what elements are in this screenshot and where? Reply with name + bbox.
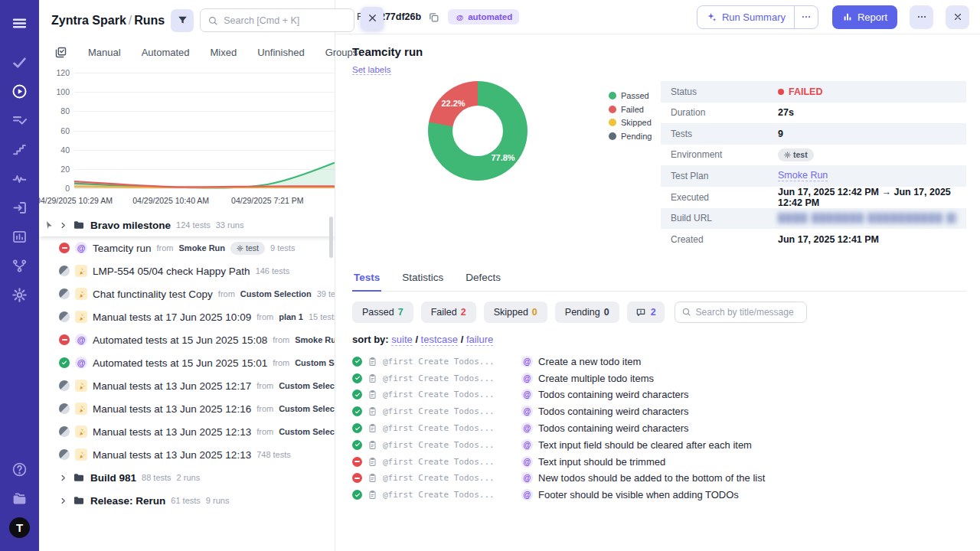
test-row[interactable]: @first Create Todos...@Text input field …	[352, 436, 966, 453]
sidebar-item-menu[interactable]	[7, 11, 33, 36]
pending-filter-pill[interactable]: Pending0	[555, 302, 619, 323]
run-row[interactable]: @Automated tests at 15 Jun 2025 15:08fro…	[39, 328, 335, 351]
sidebar-item-logo[interactable]: T	[7, 515, 33, 540]
copy-icon[interactable]	[428, 11, 439, 23]
tab-manual[interactable]: Manual	[88, 47, 121, 58]
run-summary-more-button[interactable]	[794, 6, 818, 28]
tab-defects[interactable]: Defects	[464, 269, 502, 292]
sidebar-item-report-box[interactable]	[7, 224, 33, 249]
x-axis-tick: 04/29/2025 10:29 AM	[39, 196, 113, 205]
run-row[interactable]: Manual tests at 13 Jun 2025 12:13748 tes…	[39, 443, 335, 466]
sidebar-item-list-check[interactable]	[7, 108, 33, 133]
run-row[interactable]: Manual tests at 13 Jun 2025 12:16fromCus…	[39, 397, 335, 420]
run-from-name: Custom Selection	[279, 381, 335, 390]
run-row[interactable]: @Teamcity runfromSmoke Runtest9 tests	[39, 236, 335, 259]
test-plan-link[interactable]: Smoke Run	[778, 170, 828, 181]
run-row[interactable]: Manual tests at 17 Jun 2025 10:09frompla…	[39, 305, 335, 328]
sort-by-failure[interactable]: failure	[466, 334, 493, 346]
pill-label: Skipped	[494, 307, 528, 318]
failed-filter-pill[interactable]: Failed2	[421, 302, 476, 323]
automated-test-icon: @	[521, 439, 533, 451]
close-run-button[interactable]	[946, 5, 969, 29]
run-group-row[interactable]: Release: Rerun61 tests9 runs	[39, 489, 335, 512]
close-icon	[367, 12, 378, 24]
detail-label: Build URL	[671, 213, 778, 223]
test-row[interactable]: @first Create Todos...@Todos containing …	[352, 403, 966, 420]
set-labels-link[interactable]: Set labels	[352, 65, 391, 75]
pill-count: 0	[532, 307, 537, 318]
sidebar-item-steps[interactable]	[7, 137, 33, 162]
sidebar-item-help[interactable]	[7, 457, 33, 482]
run-from-name: plan 1	[279, 312, 303, 321]
runs-panel: Zyntra Spark/Runs ManualAutomatedMixedUn…	[39, 0, 335, 551]
report-button[interactable]: Report	[832, 5, 897, 29]
legend-item-passed[interactable]: Passed	[609, 91, 652, 100]
run-row[interactable]: @Automated tests at 15 Jun 2025 15:01fro…	[39, 351, 335, 374]
run-row[interactable]: Manual tests at 13 Jun 2025 12:13fromCus…	[39, 420, 335, 443]
legend-item-failed[interactable]: Failed	[609, 105, 652, 114]
sidebar-item-gear[interactable]	[7, 282, 33, 308]
filter-button[interactable]	[171, 9, 194, 32]
automated-badge[interactable]: @automated	[448, 9, 519, 24]
test-row[interactable]: @first Create Todos...@Todos containing …	[352, 420, 966, 437]
sidebar-item-runs[interactable]	[7, 79, 33, 104]
sidebar-item-folders[interactable]	[7, 486, 33, 511]
panel-close-button[interactable]	[361, 7, 384, 30]
run-title: Manual tests at 13 Jun 2025 12:13	[93, 449, 251, 461]
test-row[interactable]: @first Create Todos...@Footer should be …	[352, 487, 966, 504]
ellipsis-icon	[801, 11, 812, 22]
tab-groups[interactable]: Groups	[325, 47, 358, 58]
donut-failed-label: 22.2%	[436, 99, 470, 108]
test-row[interactable]: @first Create Todos...@Text input should…	[352, 453, 966, 470]
test-row[interactable]: @first Create Todos...@Todos containing …	[352, 386, 966, 403]
multi-select-icon[interactable]	[54, 46, 67, 59]
tab-automated[interactable]: Automated	[142, 47, 190, 58]
test-row[interactable]: @first Create Todos...@New todos should …	[352, 470, 966, 487]
runs-search-input[interactable]	[224, 15, 347, 26]
sidebar-item-signin[interactable]	[7, 195, 33, 220]
test-row[interactable]: @first Create Todos...@Create multiple t…	[352, 370, 966, 386]
automated-test-icon: @	[521, 456, 533, 468]
skipped-filter-pill[interactable]: Skipped0	[484, 302, 547, 323]
test-title: Create multiple todo items	[538, 373, 654, 384]
status-passed-icon	[59, 357, 70, 368]
run-tests-count: 39 tests	[317, 289, 335, 298]
sidebar-item-pulse[interactable]	[7, 166, 33, 191]
test-title: Todos containing weird characters	[538, 422, 689, 434]
legend-item-pending[interactable]: Pending	[609, 132, 652, 141]
scrollbar-thumb[interactable]	[329, 217, 333, 258]
legend-item-skipped[interactable]: Skipped	[609, 118, 652, 127]
test-row[interactable]: @first Create Todos...@Create a new todo…	[352, 354, 966, 370]
tests-search-input[interactable]	[696, 307, 800, 318]
sidebar-item-check[interactable]	[7, 50, 33, 75]
run-row[interactable]: LMP-554 05/04 check Happy Path146 tests	[39, 259, 335, 282]
runs-history-chart: 02040608010012004/29/2025 10:29 AM04/29/…	[39, 70, 335, 207]
run-from-name: Smoke Run	[295, 335, 335, 344]
status-passed-icon	[352, 406, 362, 416]
folder-icon	[73, 471, 85, 484]
run-group-row[interactable]: Bravo milestone124 tests33 runs	[39, 214, 335, 236]
sort-by-testcase[interactable]: testcase	[421, 334, 458, 346]
breadcrumb-project[interactable]: Zyntra Spark	[51, 14, 126, 27]
environment-badge: test	[230, 242, 265, 255]
run-group-row[interactable]: Build 98188 tests2 runs	[39, 466, 335, 489]
more-actions-button[interactable]	[910, 5, 933, 29]
tests-search[interactable]	[675, 302, 807, 323]
run-row[interactable]: Manual tests at 13 Jun 2025 12:17fromCus…	[39, 374, 335, 397]
run-summary-label: Run Summary	[722, 11, 786, 23]
comments-filter-pill[interactable]: 2	[627, 302, 665, 323]
tab-tests[interactable]: Tests	[352, 269, 381, 292]
status-partial-icon	[59, 426, 70, 437]
runs-search[interactable]	[200, 8, 354, 32]
run-group-runs-count: 33 runs	[216, 220, 244, 230]
test-suite-path: @first Create Todos...	[383, 490, 511, 500]
passed-filter-pill[interactable]: Passed7	[352, 302, 413, 323]
tab-unfinished[interactable]: Unfinished	[257, 47, 304, 58]
run-summary-button[interactable]: Run Summary	[697, 6, 794, 28]
run-row[interactable]: Chat functinality test CopyfromCustom Se…	[39, 282, 335, 305]
tab-statistics[interactable]: Statistics	[400, 269, 445, 292]
close-icon	[952, 11, 963, 22]
sort-by-suite[interactable]: suite	[391, 334, 412, 346]
sidebar-item-branch[interactable]	[7, 253, 33, 279]
tab-mixed[interactable]: Mixed	[211, 47, 237, 58]
